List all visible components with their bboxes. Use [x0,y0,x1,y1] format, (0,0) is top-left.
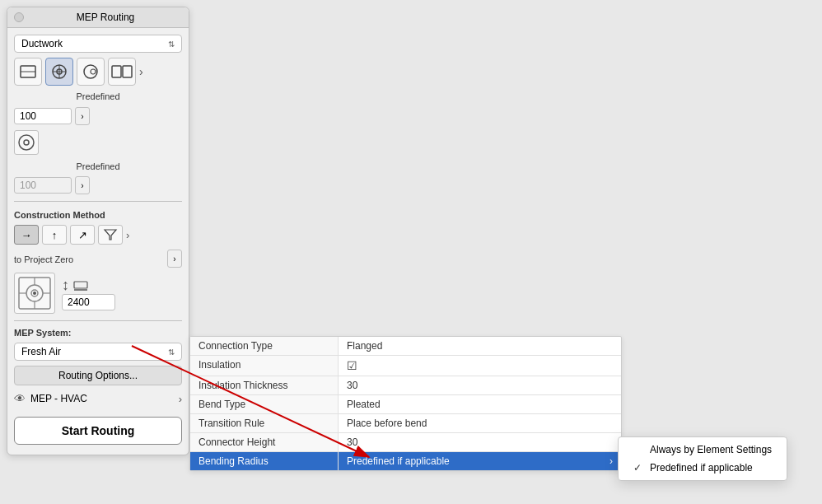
svg-point-16 [33,292,36,295]
bending-radius-expand-icon[interactable]: › [609,455,613,467]
height-icon-row: ↕ [62,277,115,294]
target-icon[interactable] [14,273,55,314]
predefined-check-icon: ✓ [633,462,645,474]
height-input[interactable] [62,294,115,310]
always-by-element-label: Always by Element Settings [650,444,772,455]
connection-type-val: Flanged [339,337,621,355]
target-area: ↕ [14,273,182,314]
routing-options-button[interactable]: Routing Options... [14,366,182,385]
table-row-connection-type: Connection Type Flanged [190,337,621,356]
mep-routing-panel: MEP Routing Ductwork ⇅ [7,7,189,455]
connector-height-val: 30 [339,433,621,451]
svg-rect-21 [74,282,87,288]
method-more-icon[interactable]: › [126,229,129,241]
divider-2 [14,320,182,321]
height-icon: ↕ [62,277,69,294]
method-straight-btn[interactable]: → [14,225,39,245]
predefined-expand-2[interactable]: › [75,176,90,194]
insulation-val: ☑ [339,356,621,376]
start-routing-button[interactable]: Start Routing [14,417,182,445]
svg-point-7 [91,69,96,74]
predefined-label-2: Predefined [14,161,182,171]
mep-hvac-label: MEP - HVAC [30,393,87,404]
insulation-thickness-val: 30 [339,376,621,394]
method-up-btn[interactable]: ↑ [42,225,67,245]
bending-radius-key: Bending Radius [190,452,339,470]
svg-point-11 [24,140,29,145]
panel-title-bar: MEP Routing [7,7,189,28]
ductwork-label: Ductwork [21,38,63,49]
floor-icon [72,278,89,292]
height-section: ↕ [62,277,115,310]
predefined-input-1[interactable] [14,108,72,124]
connection-type-key: Connection Type [190,337,339,355]
duct-rect-btn[interactable] [14,58,42,86]
insulation-key: Insulation [190,356,339,376]
context-menu-item-predefined[interactable]: ✓ Predefined if applicable [619,459,787,477]
bend-type-key: Bend Type [190,395,339,413]
svg-point-10 [19,135,34,150]
predefined-if-applicable-label: Predefined if applicable [650,462,753,474]
table-row-bend-type: Bend Type Pleated [190,395,621,414]
bend-type-val: Pleated [339,395,621,413]
table-row-transition-rule: Transition Rule Place before bend [190,414,621,433]
panel-title: MEP Routing [29,12,182,23]
predefined-expand-1[interactable]: › [75,107,90,125]
predefined-input-2 [14,177,72,194]
panel-body: Ductwork ⇅ [7,28,189,455]
predefined-target-icon[interactable] [14,130,39,155]
transition-rule-key: Transition Rule [190,414,339,432]
table-row-bending-radius[interactable]: Bending Radius Predefined if applicable … [190,452,621,470]
table-row-connector-height: Connector Height 30 [190,433,621,452]
table-row-insulation-thickness: Insulation Thickness 30 [190,376,621,395]
svg-rect-9 [123,66,132,77]
construction-method-row: → ↑ ↗ › [14,225,182,245]
mep-hvac-expand-icon[interactable]: › [179,393,182,405]
project-zero-row: to Project Zero › [14,250,182,268]
project-zero-expand[interactable]: › [167,250,182,268]
icon-toolbar: › [14,58,182,86]
routing-options-table: Connection Type Flanged Insulation ☑ Ins… [189,336,622,471]
bending-radius-val: Predefined if applicable › [339,452,621,470]
project-zero-label: to Project Zero [14,254,73,264]
ductwork-dropdown[interactable]: Ductwork ⇅ [14,35,182,53]
fresh-air-chevron-icon: ⇅ [168,348,175,357]
fresh-air-dropdown[interactable]: Fresh Air ⇅ [14,343,182,361]
method-filter-btn[interactable] [98,225,123,245]
svg-marker-12 [105,230,116,240]
construction-method-label: Construction Method [14,210,182,220]
insulation-thickness-key: Insulation Thickness [190,376,339,394]
connector-height-key: Connector Height [190,433,339,451]
insulation-checkbox-icon[interactable]: ☑ [347,359,357,372]
predefined-row-2-icon [14,130,182,155]
more-icon[interactable]: › [139,65,143,78]
transition-rule-val: Place before bend [339,414,621,432]
svg-rect-8 [112,66,121,77]
fresh-air-label: Fresh Air [21,346,61,357]
duct-center-btn[interactable] [45,58,73,86]
mep-hvac-row[interactable]: 👁 MEP - HVAC › [14,390,182,407]
bending-radius-context-menu: Always by Element Settings ✓ Predefined … [618,436,787,481]
mep-system-label: MEP System: [14,328,182,338]
traffic-light[interactable] [14,12,24,22]
predefined-row-1: › [14,107,182,125]
predefined-label-1: Predefined [14,91,182,102]
method-diagonal-btn[interactable]: ↗ [70,225,95,245]
table-row-insulation: Insulation ☑ [190,356,621,376]
bending-radius-value-text: Predefined if applicable [347,455,450,467]
duct-multi-btn[interactable] [108,58,136,86]
eye-icon: 👁 [14,392,26,405]
predefined-row-2: › [14,176,182,194]
divider-1 [14,201,182,202]
context-menu-item-always[interactable]: Always by Element Settings [619,441,787,459]
height-input-row [62,294,115,310]
duct-offset-btn[interactable] [77,58,105,86]
ductwork-chevron-icon: ⇅ [168,40,175,49]
